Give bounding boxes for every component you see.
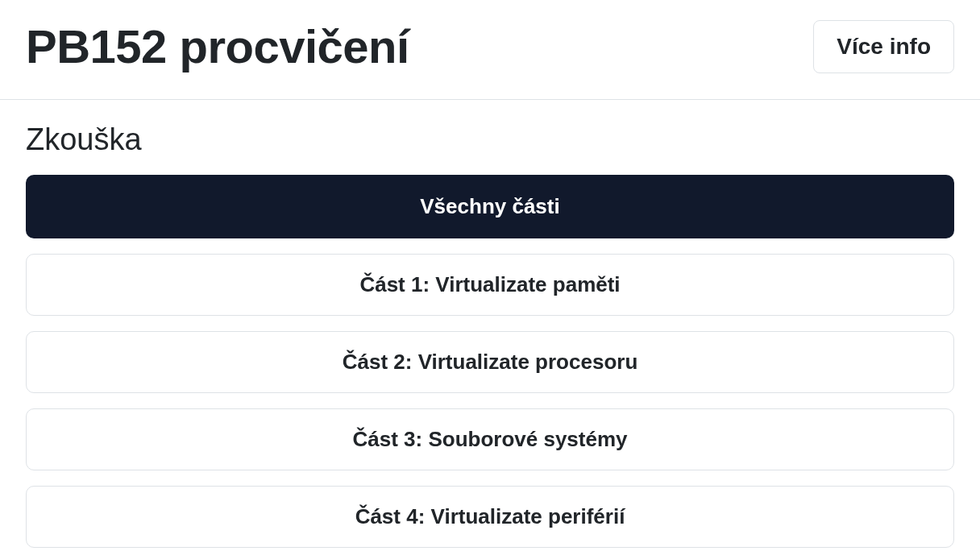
- list-item-part-4[interactable]: Část 4: Virtualizate periférií: [26, 486, 954, 548]
- page-title: PB152 procvičení: [26, 19, 409, 73]
- content: Zkouška Všechny části Část 1: Virtualiza…: [0, 100, 980, 548]
- list-item-part-1[interactable]: Část 1: Virtualizate paměti: [26, 254, 954, 316]
- header: PB152 procvičení Více info: [0, 0, 980, 100]
- section-title: Zkouška: [26, 122, 954, 157]
- parts-list: Všechny části Část 1: Virtualizate pamět…: [26, 175, 954, 548]
- list-item-part-2[interactable]: Část 2: Virtualizate procesoru: [26, 331, 954, 393]
- list-item-all-parts[interactable]: Všechny části: [26, 175, 954, 238]
- more-info-button[interactable]: Více info: [813, 20, 954, 73]
- list-item-part-3[interactable]: Část 3: Souborové systémy: [26, 408, 954, 470]
